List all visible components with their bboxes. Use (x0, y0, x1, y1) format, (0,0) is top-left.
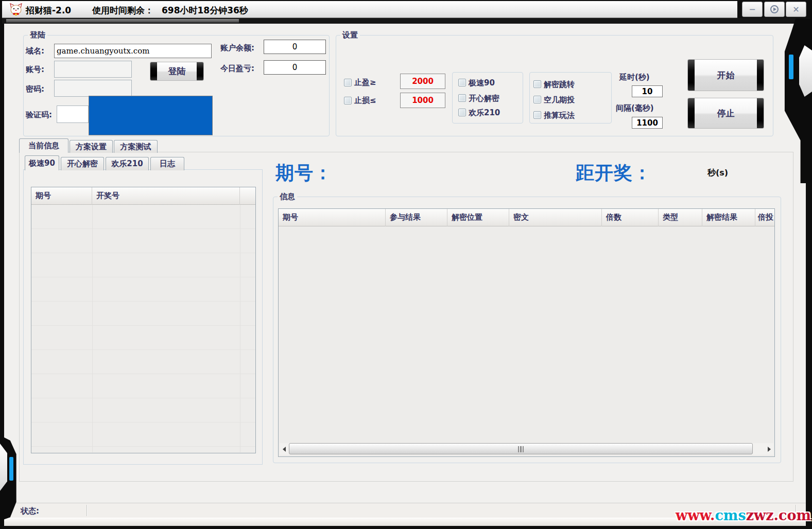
horizontal-scrollbar (280, 443, 773, 455)
interval-label: 间隔(毫秒) (616, 103, 654, 113)
stop-win-label: 止盈≥ (354, 78, 376, 87)
stop-win-checkbox[interactable] (344, 79, 352, 86)
balance-label: 账户余额: (220, 43, 254, 53)
titlebar: 招财猫-2.0 使用时间剩余： 698小时18分钟36秒 (2, 1, 810, 18)
stop-loss-value[interactable] (400, 93, 445, 108)
app-window: 招财猫-2.0 使用时间剩余： 698小时18分钟36秒 ─ ✕ 登陆 域名: … (0, 0, 812, 529)
minimize-button[interactable]: ─ (742, 2, 763, 17)
delay-input[interactable] (632, 85, 663, 97)
frame-top-strip (2, 18, 810, 24)
status-label: 状态: (21, 506, 39, 516)
game-option-huanle210-label: 欢乐210 (469, 108, 500, 118)
captcha-label: 验证码: (26, 110, 52, 120)
status-divider (87, 505, 87, 516)
scroll-right-button[interactable] (765, 443, 773, 455)
left-arrow-icon (283, 447, 286, 452)
info-group-label: 信息 (278, 192, 297, 202)
time-remaining-value: 698小时18分钟36秒 (162, 5, 248, 16)
captcha-input[interactable] (57, 105, 89, 123)
account-input[interactable] (54, 61, 132, 78)
watermark: www.cmszwz.com (676, 507, 811, 523)
delay-label: 延时(秒) (619, 73, 650, 82)
game-option-huanle210-checkbox[interactable] (458, 109, 466, 116)
draws-table-header: 期号 开奖号 (31, 187, 255, 205)
close-icon: ✕ (792, 5, 799, 14)
start-button[interactable]: 开始 (687, 59, 764, 91)
login-button[interactable]: 登陆 (150, 62, 204, 81)
captcha-image[interactable] (89, 96, 213, 135)
scrollbar-thumb[interactable] (289, 443, 753, 454)
frame-decoration-right (782, 19, 812, 183)
account-label: 账号: (26, 65, 44, 75)
draws-table-body (31, 205, 255, 453)
info-table: 期号 参与结果 解密位置 密文 倍数 类型 解密结果 倍投 (278, 208, 775, 457)
settings-icon (770, 5, 779, 14)
minimize-icon: ─ (750, 5, 755, 14)
tab-plan-settings[interactable]: 方案设置 (70, 140, 113, 153)
col-type: 类型 (659, 209, 702, 226)
col-join-result: 参与结果 (386, 209, 447, 226)
settings-button[interactable] (764, 2, 785, 17)
col-ciphertext: 密文 (509, 209, 602, 226)
col-multiple: 倍数 (602, 209, 659, 226)
frame-decoration-left (0, 435, 19, 521)
col-draw-number: 开奖号 (92, 187, 240, 205)
tab-current-info[interactable]: 当前信息 (19, 138, 68, 153)
profit-value (264, 60, 326, 75)
interval-input[interactable] (632, 117, 663, 129)
domain-input[interactable] (54, 44, 212, 58)
settings-group-label: 设置 (340, 30, 360, 40)
password-label: 密码: (26, 84, 44, 94)
right-arrow-icon (768, 447, 771, 452)
profit-label: 今日盈亏: (220, 64, 254, 74)
subtab-huanle210[interactable]: 欢乐210 (106, 157, 149, 170)
seconds-unit-label: 秒(s) (707, 168, 728, 179)
domain-label: 域名: (26, 46, 44, 56)
mode-option-jump-label: 解密跳转 (544, 80, 575, 90)
lucky-cat-icon (9, 3, 23, 16)
col-period: 期号 (31, 187, 92, 205)
balance-value (264, 40, 326, 54)
game-option-jisu90-label: 极速90 (469, 78, 495, 88)
countdown-headline: 距开奖： (576, 161, 652, 186)
close-button[interactable]: ✕ (786, 2, 806, 17)
tab-plan-test[interactable]: 方案测试 (114, 140, 158, 153)
mode-option-skip-checkbox[interactable] (533, 96, 541, 103)
mode-option-skip-label: 空几期投 (544, 95, 575, 105)
stop-loss-label: 止损≤ (354, 96, 376, 105)
col-blank (240, 187, 255, 205)
mode-option-deduce-label: 推算玩法 (544, 111, 575, 120)
subtab-log[interactable]: 日志 (150, 157, 184, 170)
app-title: 招财猫-2.0 (26, 5, 71, 16)
stop-button[interactable]: 停止 (687, 98, 764, 129)
password-input[interactable] (54, 80, 132, 97)
col-decrypt-pos: 解密位置 (447, 209, 509, 226)
subtab-jisu90[interactable]: 极速90 (25, 155, 59, 170)
mode-option-jump-checkbox[interactable] (533, 80, 541, 88)
period-headline: 期号： (275, 161, 333, 186)
game-option-kaixin-label: 开心解密 (469, 94, 499, 103)
game-option-jisu90-checkbox[interactable] (458, 79, 466, 86)
col-info-period: 期号 (279, 209, 386, 226)
info-table-header: 期号 参与结果 解密位置 密文 倍数 类型 解密结果 倍投 (279, 209, 774, 226)
stop-loss-checkbox[interactable] (344, 97, 352, 104)
scrollbar-grip-icon (517, 446, 524, 452)
game-option-kaixin-checkbox[interactable] (458, 94, 466, 102)
time-remaining-label: 使用时间剩余： (92, 5, 153, 16)
scroll-left-button[interactable] (280, 443, 288, 455)
mode-option-deduce-checkbox[interactable] (533, 111, 541, 119)
subtab-kaixin[interactable]: 开心解密 (61, 157, 104, 170)
col-decrypt-result: 解密结果 (702, 209, 755, 226)
login-group-label: 登陆 (28, 30, 47, 40)
stop-win-value[interactable] (400, 74, 445, 89)
draws-table: 期号 开奖号 (31, 187, 256, 453)
col-bet-multiplier: 倍投 (755, 209, 774, 226)
